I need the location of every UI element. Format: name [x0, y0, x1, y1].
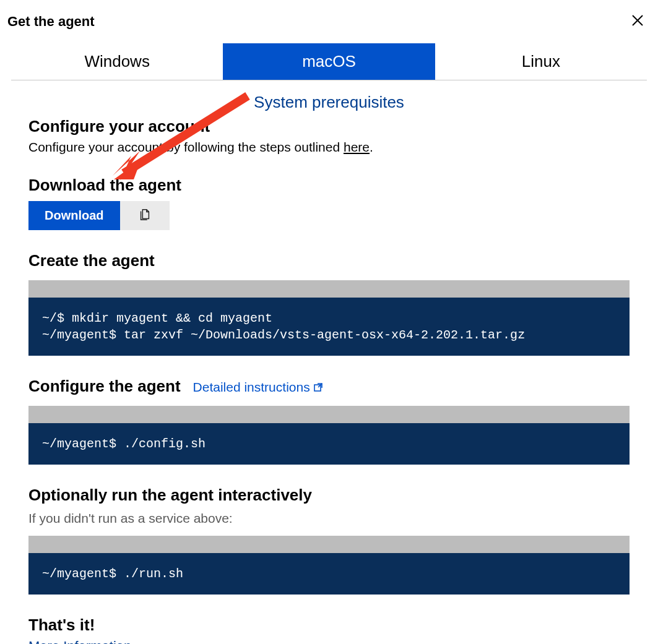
code-header-bar: [28, 536, 630, 553]
configure-agent-code-block: ~/myagent$ ./config.sh: [28, 406, 630, 465]
close-icon: [631, 12, 644, 31]
more-information-link[interactable]: More Information: [28, 638, 630, 644]
configure-agent-code: ~/myagent$ ./config.sh: [28, 423, 630, 465]
code-header-bar: [28, 280, 630, 298]
configure-account-prefix: Configure your account by following the …: [28, 140, 344, 154]
configure-account-here-link[interactable]: here: [344, 140, 370, 154]
tab-macos[interactable]: macOS: [223, 43, 435, 80]
tab-linux[interactable]: Linux: [435, 43, 647, 80]
page-title: Get the agent: [7, 14, 95, 30]
thats-it-heading: That's it!: [28, 616, 630, 635]
run-agent-subtext: If you didn't run as a service above:: [28, 511, 630, 526]
system-prerequisites-link[interactable]: System prerequisites: [28, 93, 630, 112]
configure-agent-heading: Configure the agent: [28, 377, 181, 396]
configure-account-heading: Configure your account: [28, 117, 630, 136]
configure-account-suffix: .: [370, 140, 373, 154]
download-button[interactable]: Download: [28, 201, 120, 230]
run-agent-code: ~/myagent$ ./run.sh: [28, 553, 630, 595]
copy-icon: [138, 208, 152, 223]
create-agent-code-block: ~/$ mkdir myagent && cd myagent ~/myagen…: [28, 280, 630, 356]
run-agent-code-block: ~/myagent$ ./run.sh: [28, 536, 630, 595]
configure-account-text: Configure your account by following the …: [28, 140, 630, 155]
detailed-instructions-label: Detailed instructions: [193, 380, 310, 395]
external-link-icon: [314, 380, 323, 395]
copy-download-link-button[interactable]: [120, 201, 170, 230]
code-header-bar: [28, 406, 630, 423]
run-agent-heading: Optionally run the agent interactively: [28, 486, 630, 505]
download-agent-heading: Download the agent: [28, 176, 630, 195]
create-agent-code: ~/$ mkdir myagent && cd myagent ~/myagen…: [28, 298, 630, 356]
close-button[interactable]: [628, 11, 647, 32]
detailed-instructions-link[interactable]: Detailed instructions: [193, 380, 323, 395]
svg-line-7: [318, 384, 322, 387]
os-tabs: Windows macOS Linux: [11, 43, 647, 80]
create-agent-heading: Create the agent: [28, 251, 630, 270]
tab-windows[interactable]: Windows: [11, 43, 223, 80]
